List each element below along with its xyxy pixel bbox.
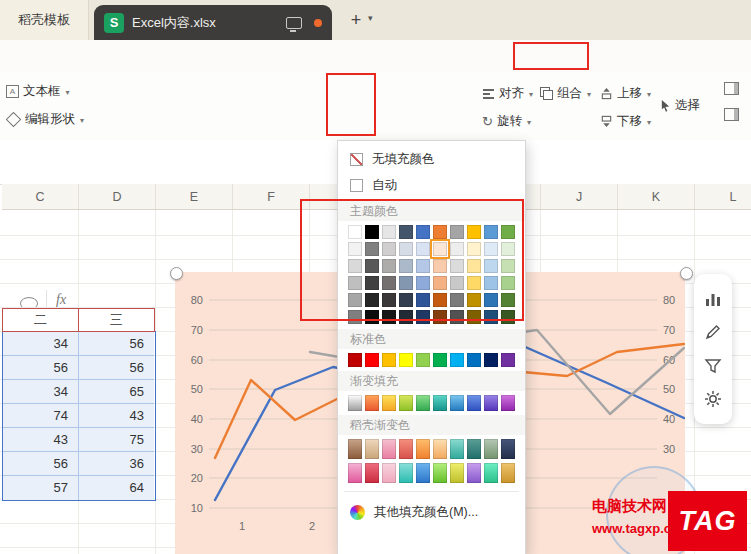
theme-color-5-7[interactable] [467,310,481,324]
docer-gradient-1-6[interactable] [450,463,464,483]
column-header-L[interactable]: L [695,184,751,210]
docer-gradient-1-5[interactable] [433,463,447,483]
theme-color-3-6[interactable] [450,276,464,290]
theme-color-5-6[interactable] [450,310,464,324]
theme-color-0-7[interactable] [467,225,481,239]
theme-color-5-8[interactable] [484,310,498,324]
side-pen-icon[interactable] [704,323,722,341]
standard-color-7[interactable] [467,353,481,367]
standard-color-6[interactable] [450,353,464,367]
standard-color-3[interactable] [399,353,413,367]
auto-fill-option[interactable]: 自动 [338,173,525,197]
table-header-cell[interactable]: 三 [78,308,155,332]
theme-color-1-4[interactable] [416,242,430,256]
table-cell[interactable]: 74 [3,404,79,428]
table-cell[interactable]: 56 [3,356,79,380]
theme-color-3-4[interactable] [416,276,430,290]
edit-shape-button[interactable]: 编辑形状 [6,108,84,130]
column-header-J[interactable]: J [541,184,618,210]
theme-color-3-5[interactable] [433,276,447,290]
docer-gradient-0-2[interactable] [382,439,396,459]
theme-color-5-5[interactable] [433,310,447,324]
table-cell[interactable]: 57 [3,476,79,500]
select-button[interactable]: 选择 [660,94,700,116]
rotate-button[interactable]: ↻ 旋转 [482,110,531,132]
align-button[interactable]: 对齐 [482,82,533,104]
theme-color-2-8[interactable] [484,259,498,273]
theme-color-1-1[interactable] [365,242,379,256]
docer-gradient-1-1[interactable] [365,463,379,483]
theme-color-5-2[interactable] [382,310,396,324]
theme-color-3-1[interactable] [365,276,379,290]
theme-color-1-7[interactable] [467,242,481,256]
pane-toggle-icon[interactable] [724,82,739,95]
move-down-button[interactable]: 下移 [600,110,651,132]
theme-color-3-3[interactable] [399,276,413,290]
docer-gradient-0-7[interactable] [467,439,481,459]
gradient-swatch-4[interactable] [416,395,430,411]
gradient-swatch-3[interactable] [399,395,413,411]
docer-gradient-0-9[interactable] [501,439,515,459]
theme-color-5-4[interactable] [416,310,430,324]
theme-color-1-5[interactable] [433,242,447,256]
group-button[interactable]: 组合 [540,82,591,104]
column-header-K[interactable]: K [618,184,695,210]
theme-color-3-0[interactable] [348,276,362,290]
side-filter-icon[interactable] [704,357,722,375]
table-cell[interactable]: 64 [79,476,154,500]
standard-color-9[interactable] [501,353,515,367]
theme-color-4-3[interactable] [399,293,413,307]
docer-gradient-1-3[interactable] [399,463,413,483]
docer-gradient-0-4[interactable] [416,439,430,459]
theme-color-0-5[interactable] [433,225,447,239]
table-cell[interactable]: 36 [79,452,154,476]
theme-color-1-6[interactable] [450,242,464,256]
table-cell[interactable]: 34 [3,380,79,404]
table-header-cell[interactable]: 二 [2,308,79,332]
theme-color-0-4[interactable] [416,225,430,239]
docer-gradient-1-4[interactable] [416,463,430,483]
table-cell[interactable]: 75 [79,428,154,452]
text-box-button[interactable]: A 文本框 [6,80,70,102]
gradient-swatch-0[interactable] [348,395,362,411]
theme-color-1-8[interactable] [484,242,498,256]
theme-color-0-6[interactable] [450,225,464,239]
theme-color-1-9[interactable] [501,242,515,256]
theme-color-3-9[interactable] [501,276,515,290]
chart-handle-right[interactable] [680,267,693,280]
theme-color-4-6[interactable] [450,293,464,307]
theme-color-4-8[interactable] [484,293,498,307]
gradient-swatch-6[interactable] [450,395,464,411]
theme-color-2-0[interactable] [348,259,362,273]
gradient-swatch-1[interactable] [365,395,379,411]
column-header-F[interactable]: F [233,184,310,210]
theme-color-2-6[interactable] [450,259,464,273]
theme-color-2-4[interactable] [416,259,430,273]
theme-color-0-2[interactable] [382,225,396,239]
docer-gradient-1-0[interactable] [348,463,362,483]
table-cell[interactable]: 56 [79,332,154,356]
theme-color-4-4[interactable] [416,293,430,307]
theme-color-2-7[interactable] [467,259,481,273]
theme-color-4-2[interactable] [382,293,396,307]
more-fill-colors-option[interactable]: 其他填充颜色(M)... [338,499,525,525]
column-header-C[interactable]: C [2,184,79,210]
docer-template-tab[interactable]: 稻壳模板 [0,0,89,40]
theme-color-2-3[interactable] [399,259,413,273]
docer-gradient-0-0[interactable] [348,439,362,459]
docer-gradient-0-3[interactable] [399,439,413,459]
table-cell[interactable]: 65 [79,380,154,404]
theme-color-3-7[interactable] [467,276,481,290]
document-tab[interactable]: S Excel内容.xlsx [94,5,332,40]
column-header-E[interactable]: E [156,184,233,210]
docer-gradient-0-8[interactable] [484,439,498,459]
standard-color-5[interactable] [433,353,447,367]
standard-color-8[interactable] [484,353,498,367]
standard-color-1[interactable] [365,353,379,367]
theme-color-1-2[interactable] [382,242,396,256]
move-up-button[interactable]: 上移 [600,82,651,104]
gradient-swatch-9[interactable] [501,395,515,411]
theme-color-2-1[interactable] [365,259,379,273]
theme-color-0-3[interactable] [399,225,413,239]
gradient-swatch-5[interactable] [433,395,447,411]
